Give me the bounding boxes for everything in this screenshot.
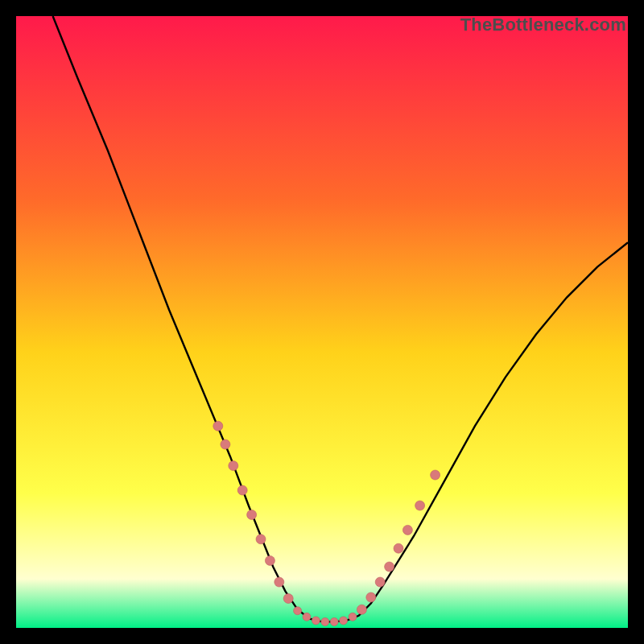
- data-marker: [330, 617, 338, 625]
- data-marker: [312, 617, 320, 625]
- data-marker: [237, 485, 247, 495]
- gradient-background: [16, 16, 628, 628]
- data-marker: [385, 562, 394, 572]
- data-marker: [229, 461, 238, 471]
- data-marker: [256, 535, 266, 544]
- data-marker: [340, 617, 348, 625]
- bottleneck-chart: [16, 16, 628, 628]
- watermark-text: TheBottleneck.com: [460, 14, 626, 35]
- data-marker: [402, 525, 412, 535]
- data-marker: [321, 617, 329, 625]
- data-marker: [283, 594, 293, 604]
- data-marker: [375, 577, 385, 587]
- data-marker: [213, 421, 223, 431]
- chart-frame: TheBottleneck.com: [16, 16, 628, 628]
- data-marker: [265, 555, 275, 565]
- data-marker: [366, 592, 376, 602]
- data-marker: [221, 440, 230, 449]
- data-marker: [357, 605, 366, 614]
- data-marker: [394, 543, 403, 553]
- data-marker: [303, 613, 311, 621]
- data-marker: [275, 577, 284, 587]
- data-marker: [349, 613, 357, 621]
- data-marker: [415, 501, 425, 510]
- data-marker: [431, 470, 440, 480]
- data-marker: [294, 607, 302, 615]
- data-marker: [247, 510, 257, 519]
